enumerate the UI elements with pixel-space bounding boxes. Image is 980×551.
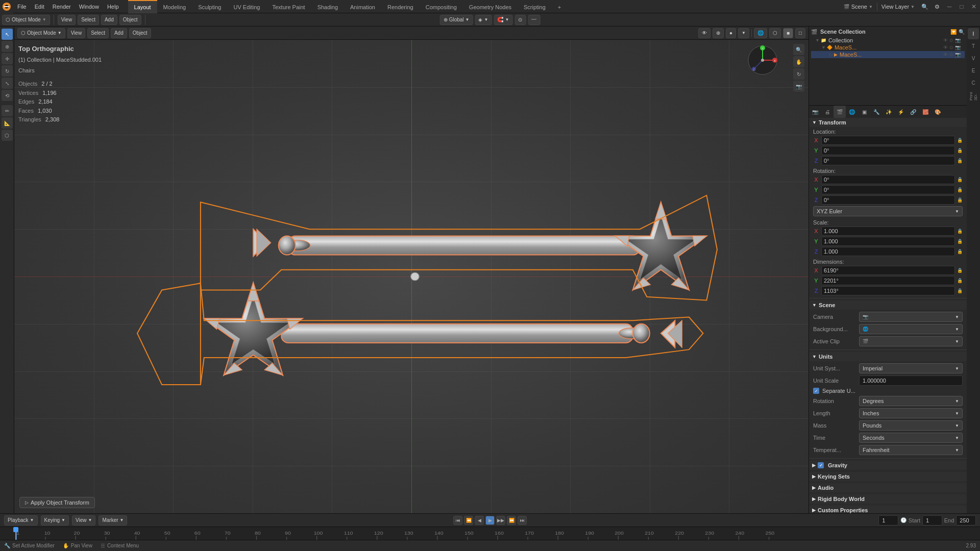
step-forward-btn[interactable]: ▶▶ bbox=[496, 516, 505, 525]
options-btn[interactable]: ⚙ bbox=[931, 1, 943, 13]
scale-tool[interactable]: ⤡ bbox=[2, 78, 13, 89]
start-frame-field[interactable]: 1 bbox=[922, 515, 942, 525]
units-section-title[interactable]: ▼ Units bbox=[809, 352, 967, 361]
vp-solid[interactable]: ■ bbox=[783, 28, 793, 38]
minimize-btn[interactable]: ─ bbox=[943, 1, 955, 13]
loc-y-field[interactable]: 0° bbox=[821, 146, 955, 155]
prop-tab-constraints[interactable]: 🔗 bbox=[907, 106, 919, 118]
outliner-search-icon[interactable]: 🔍 bbox=[959, 29, 965, 35]
tab-add[interactable]: + bbox=[552, 0, 567, 13]
prop-tab-data[interactable]: 🧱 bbox=[919, 106, 932, 118]
time-dropdown[interactable]: Seconds ▼ bbox=[859, 433, 963, 443]
pivot-point[interactable]: ◈ ▼ bbox=[475, 15, 492, 25]
rot-x-field[interactable]: 0° bbox=[821, 175, 955, 184]
vp-overlay-toggle[interactable]: 👁 bbox=[698, 28, 710, 38]
mace-item-2[interactable]: ▷ ▶ MaceS... 👁 ⊙ 📷 bbox=[811, 51, 965, 58]
transform-title[interactable]: ▼ Transform bbox=[809, 118, 967, 127]
background-dropdown[interactable]: 🌐 ▼ bbox=[859, 324, 963, 334]
prop-tab-physics[interactable]: ⚡ bbox=[895, 106, 907, 118]
add-menu[interactable]: Add bbox=[101, 15, 117, 25]
vp-view[interactable]: View bbox=[67, 28, 86, 38]
rot-mode-dropdown[interactable]: XYZ Euler ▼ bbox=[813, 206, 963, 216]
vtab-item[interactable]: I bbox=[968, 28, 979, 39]
keying-sets-title[interactable]: ▶ Keying Sets bbox=[809, 472, 967, 481]
camera-icon[interactable]: 📷 bbox=[793, 81, 804, 92]
vp-object[interactable]: Object bbox=[129, 28, 151, 38]
dim-y-field[interactable]: 2201° bbox=[821, 276, 955, 285]
hide-icon[interactable]: 👁 bbox=[943, 38, 948, 43]
rot-x-lock[interactable]: 🔒 bbox=[957, 177, 963, 182]
mace2-restrict[interactable]: ⊙ bbox=[949, 52, 953, 57]
mace1-render[interactable]: 📷 bbox=[955, 45, 961, 50]
mace2-render[interactable]: 📷 bbox=[955, 52, 961, 57]
dim-x-lock[interactable]: 🔒 bbox=[957, 268, 963, 273]
menu-window[interactable]: Window bbox=[75, 0, 103, 13]
jump-start-btn[interactable]: ⏮ bbox=[453, 516, 462, 525]
dim-x-field[interactable]: 6190° bbox=[821, 266, 955, 275]
scale-y-lock[interactable]: 🔒 bbox=[957, 239, 963, 244]
maximize-btn[interactable]: □ bbox=[955, 1, 968, 13]
mace1-restrict[interactable]: ⊙ bbox=[949, 45, 953, 50]
temperature-dropdown[interactable]: Fahrenheit ▼ bbox=[859, 445, 963, 455]
play-btn[interactable]: ▶ bbox=[485, 516, 495, 525]
outliner[interactable]: 🎬 Scene Collection 🔽 🔍 ▼ 📁 Collection bbox=[809, 27, 967, 106]
object-menu[interactable]: Object bbox=[119, 15, 141, 25]
current-frame-field[interactable]: 1 bbox=[878, 515, 898, 525]
vp-wireframe[interactable]: □ bbox=[795, 28, 805, 38]
loc-x-lock[interactable]: 🔒 bbox=[957, 138, 963, 143]
timeline-view-menu[interactable]: View ▼ bbox=[72, 515, 95, 525]
vtab-create[interactable]: C bbox=[968, 77, 979, 88]
search-btn[interactable]: 🔍 bbox=[919, 1, 931, 13]
vp-shading-menu[interactable]: ▼ bbox=[738, 28, 749, 38]
add-cube-tool[interactable]: ⬡ bbox=[2, 130, 13, 141]
rot-z-lock[interactable]: 🔒 bbox=[957, 197, 963, 203]
camera-dropdown[interactable]: 📷 ▼ bbox=[859, 312, 963, 322]
viewport-scene[interactable]: Top Orthographic (1) Collection | MaceSt… bbox=[14, 40, 808, 513]
rot-y-lock[interactable]: 🔒 bbox=[957, 187, 963, 192]
tab-animation[interactable]: Animation bbox=[344, 0, 381, 13]
vp-gizmo-toggle[interactable]: ⊕ bbox=[713, 28, 724, 38]
rotation-dropdown[interactable]: Degrees ▼ bbox=[859, 396, 963, 406]
scale-x-lock[interactable]: 🔒 bbox=[957, 229, 963, 234]
prop-tab-scene[interactable]: 🎬 bbox=[834, 106, 846, 118]
outliner-filter-icon[interactable]: 🔽 bbox=[950, 29, 957, 35]
apply-object-transform-btn[interactable]: ▷ Apply Object Transform bbox=[19, 497, 95, 508]
move-tool[interactable]: ✛ bbox=[2, 53, 13, 64]
tab-texture-paint[interactable]: Texture Paint bbox=[266, 0, 311, 13]
loc-z-lock[interactable]: 🔒 bbox=[957, 158, 963, 163]
prop-tab-material[interactable]: 🎨 bbox=[932, 106, 944, 118]
menu-help[interactable]: Help bbox=[103, 0, 123, 13]
transform-global[interactable]: ⊕ Global ▼ bbox=[440, 15, 473, 25]
rotate-tool[interactable]: ↻ bbox=[2, 65, 13, 77]
unit-system-dropdown[interactable]: Imperial ▼ bbox=[859, 363, 963, 373]
vtab-view2[interactable]: V bbox=[968, 53, 979, 64]
mass-dropdown[interactable]: Pounds ▼ bbox=[859, 420, 963, 431]
loc-x-field[interactable]: 0° bbox=[821, 136, 955, 145]
tab-rendering[interactable]: Rendering bbox=[381, 0, 420, 13]
mace-item-1[interactable]: ▼ 🔶 MaceS... 👁 ⊙ 📷 bbox=[811, 44, 965, 51]
transform-tool[interactable]: ⟲ bbox=[2, 90, 13, 101]
rigid-body-title[interactable]: ▶ Rigid Body World bbox=[809, 494, 967, 504]
prev-keyframe-btn[interactable]: ⏪ bbox=[464, 516, 473, 525]
next-keyframe-btn[interactable]: ⏩ bbox=[507, 516, 516, 525]
snap-btn[interactable]: 🧲 ▼ bbox=[494, 15, 512, 25]
viewport-gizmo[interactable]: X Y Z bbox=[747, 45, 778, 76]
menu-render[interactable]: Render bbox=[48, 0, 75, 13]
vp-material-preview[interactable]: ⬡ bbox=[769, 28, 781, 38]
pan-icon[interactable]: ✋ bbox=[793, 56, 804, 67]
vp-viewport-shading[interactable]: ● bbox=[726, 28, 736, 38]
scale-z-field[interactable]: 1.000 bbox=[821, 247, 955, 256]
menu-edit[interactable]: Edit bbox=[31, 0, 48, 13]
viewport[interactable]: ⬡ Object Mode ▼ View Select Add Object 👁… bbox=[14, 27, 808, 513]
vp-select[interactable]: Select bbox=[87, 28, 109, 38]
vp-render-preview[interactable]: 🌐 bbox=[754, 28, 767, 38]
tab-shading[interactable]: Shading bbox=[311, 0, 344, 13]
prop-tab-particles[interactable]: ✨ bbox=[883, 106, 895, 118]
loc-y-lock[interactable]: 🔒 bbox=[957, 148, 963, 153]
step-back-btn[interactable]: ◀ bbox=[475, 516, 484, 525]
length-dropdown[interactable]: Inches ▼ bbox=[859, 408, 963, 418]
menu-file[interactable]: File bbox=[13, 0, 31, 13]
restrict-icon[interactable]: ⊙ bbox=[949, 38, 953, 43]
proportional-btn[interactable]: ⊙ bbox=[514, 15, 526, 25]
timeline-playback-menu[interactable]: Playback ▼ bbox=[4, 515, 38, 525]
